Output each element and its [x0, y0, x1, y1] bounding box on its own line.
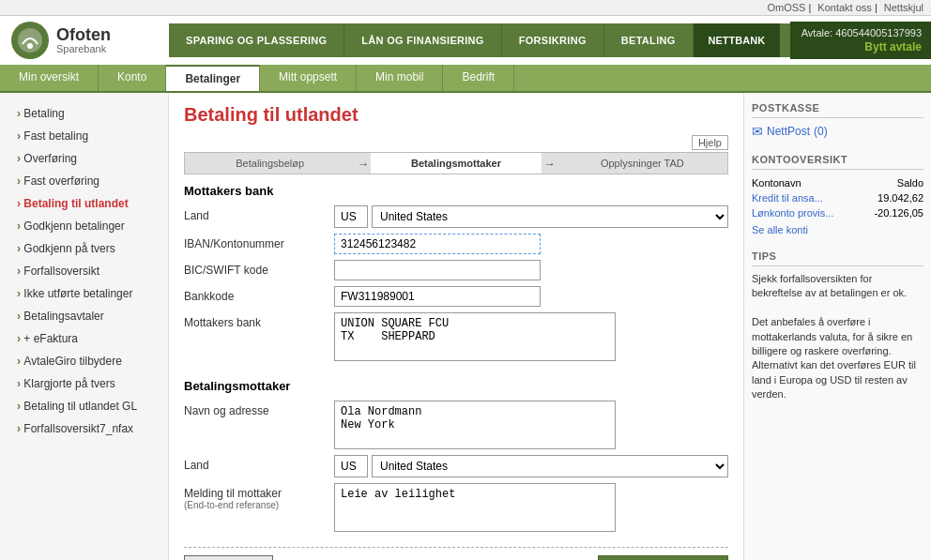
- mottakers-bank-label: Mottakers bank: [184, 312, 334, 329]
- land-label: Land: [184, 205, 334, 222]
- bic-input[interactable]: [334, 260, 541, 280]
- tips-widget: TIPS Sjekk forfallsoversikten for bekref…: [752, 250, 923, 402]
- tab-min-mobil[interactable]: Min mobil: [357, 65, 443, 91]
- tips-title: TIPS: [752, 250, 923, 266]
- mottakers-bank-section: Mottakers bank Land United States IBAN/K…: [184, 184, 728, 364]
- sidebar-item-efaktura[interactable]: + eFaktura: [0, 327, 168, 350]
- bic-label: BIC/SWIFT kode: [184, 260, 334, 277]
- bankkode-input[interactable]: [334, 286, 541, 307]
- mottaker-land-controls: United States: [334, 455, 728, 477]
- nav-sparing[interactable]: SPARING OG PLASSERING: [169, 23, 344, 57]
- header: Ofoten Sparebank SPARING OG PLASSERING L…: [0, 16, 931, 65]
- bytt-avtale-link[interactable]: Bytt avtale: [864, 40, 922, 53]
- mottaker-land-row: Land United States: [184, 455, 728, 477]
- svg-point-1: [27, 43, 33, 49]
- mottakers-bank-container: UNION SQUARE FCU TX SHEPPARD: [334, 312, 728, 364]
- sidebar-item-overforing[interactable]: Overføring: [0, 147, 168, 170]
- kontooversikt-widget: KONTOOVERSIKT Kontonavn Saldo Kredit til…: [752, 154, 923, 235]
- account-name-0[interactable]: Kredit til ansa...: [752, 192, 823, 204]
- envelope-icon: ✉: [752, 124, 763, 139]
- nettpost-link[interactable]: ✉ NettPost(0): [752, 124, 923, 139]
- nettpost-label: NettPost: [767, 125, 810, 138]
- bankkode-controls: [334, 286, 728, 307]
- account-name-1[interactable]: Lønkonto provis...: [752, 207, 833, 219]
- mottakers-bank-row: Mottakers bank UNION SQUARE FCU TX SHEPP…: [184, 312, 728, 364]
- wizard-step-tad[interactable]: Opplysninger TAD: [557, 153, 727, 174]
- sidebar-item-betaling-gl[interactable]: Betaling til utlandet GL: [0, 395, 168, 417]
- mottaker-land-select[interactable]: United States: [372, 455, 728, 477]
- avtale-number: Avtale: 460544005137993: [800, 27, 922, 38]
- bic-row: BIC/SWIFT kode: [184, 260, 728, 280]
- kontakt-link[interactable]: Kontakt oss: [817, 2, 871, 13]
- col-kontonavn: Kontonavn: [752, 177, 801, 189]
- save-next-button[interactable]: Lagre og gå til neste: [598, 555, 728, 560]
- iban-row: IBAN/Kontonummer: [184, 234, 728, 254]
- tab-konto[interactable]: Konto: [99, 65, 166, 91]
- wizard-step-mottaker[interactable]: Betalingsmottaker: [371, 153, 541, 174]
- mottakers-bank-title: Mottakers bank: [184, 184, 728, 198]
- tips-text: Sjekk forfallsoversikten for bekreftelse…: [752, 272, 923, 402]
- right-sidebar: POSTKASSE ✉ NettPost(0) KONTOOVERSIKT Ko…: [743, 93, 931, 560]
- tab-bedrift[interactable]: Bedrift: [443, 65, 514, 91]
- sidebar-item-godkjenn-tvers[interactable]: Godkjenn på tvers: [0, 237, 168, 260]
- svg-point-0: [18, 28, 42, 53]
- logo-area: Ofoten Sparebank: [0, 16, 169, 65]
- mottakers-bank-controls: UNION SQUARE FCU TX SHEPPARD: [334, 312, 728, 364]
- mottaker-land-label: Land: [184, 455, 334, 472]
- help-link[interactable]: Hjelp: [692, 135, 728, 150]
- sidebar-item-fast-betaling[interactable]: Fast betaling: [0, 125, 168, 147]
- land-row: Land United States: [184, 205, 728, 228]
- sidebar-item-betaling-utlandet[interactable]: Betaling til utlandet: [0, 192, 168, 215]
- sidebar-item-ikke-utforte[interactable]: Ikke utførte betalinger: [0, 282, 168, 305]
- bankkode-label: Bankkode: [184, 286, 334, 303]
- see-all-konti[interactable]: Se alle konti: [752, 224, 923, 235]
- tab-mitt-oppsett[interactable]: Mitt oppsett: [260, 65, 357, 91]
- account-row-0: Kredit til ansa... 19.042,62: [752, 190, 923, 205]
- nettskjul-link[interactable]: Nettskjul: [884, 2, 923, 13]
- melding-label: Melding til mottaker (End-to-end referan…: [184, 483, 334, 510]
- navn-adresse-label: Navn og adresse: [184, 401, 334, 417]
- content-area: Betaling Fast betaling Overføring Fast o…: [0, 93, 931, 560]
- nav-lan[interactable]: LÅN OG FINANSIERING: [344, 23, 501, 57]
- sidebar-item-godkjenn[interactable]: Godkjenn betalinger: [0, 215, 168, 237]
- tab-min-oversikt[interactable]: Min oversikt: [0, 65, 99, 91]
- account-header: Kontonavn Saldo: [752, 175, 923, 190]
- sidebar-item-betalingsavtaler[interactable]: Betalingsavtaler: [0, 305, 168, 327]
- betalingsmottaker-section: Betalingsmottaker Navn og adresse Ola No…: [184, 379, 728, 532]
- iban-input[interactable]: [334, 234, 541, 254]
- logo-text: Ofoten Sparebank: [56, 26, 111, 54]
- bank-sub: Sparebank: [56, 43, 111, 54]
- kontooversikt-title: KONTOOVERSIKT: [752, 154, 923, 170]
- sidebar-item-avtalegiro[interactable]: AvtaleGiro tilbydere: [0, 350, 168, 372]
- wizard-arrow-2: →: [542, 157, 557, 171]
- tab-betalinger[interactable]: Betalinger: [166, 65, 260, 91]
- mottaker-land-code-input[interactable]: [334, 455, 368, 477]
- navn-adresse-textarea[interactable]: Ola Nordmann New York: [334, 401, 616, 449]
- land-country-select[interactable]: United States: [372, 205, 728, 228]
- sidebar-item-betaling[interactable]: Betaling: [0, 102, 168, 125]
- back-button[interactable]: Gå til forrige: [184, 555, 273, 560]
- melding-textarea[interactable]: Leie av leilighet: [334, 483, 616, 532]
- sidebar-item-forfallsoversikt7[interactable]: Forfallsoversikt7_nfax: [0, 417, 168, 440]
- nav-forsikring[interactable]: FORSIKRING: [502, 23, 604, 57]
- sidebar: Betaling Fast betaling Overføring Fast o…: [0, 93, 169, 560]
- nav-betaling[interactable]: BETALING: [604, 23, 694, 57]
- wizard-steps: Betalingsbeløp → Betalingsmottaker → Opp…: [184, 152, 728, 174]
- bankkode-row: Bankkode: [184, 286, 728, 307]
- omoss-link[interactable]: OmOSS: [767, 2, 805, 13]
- account-row-1: Lønkonto provis... -20.126,05: [752, 205, 923, 220]
- sidebar-item-forfallsoversikt[interactable]: Forfallsoversikt: [0, 260, 168, 282]
- help-bar: Hjelp: [184, 137, 728, 148]
- bic-controls: [334, 260, 728, 280]
- nav-nettbank[interactable]: NETTBANK: [694, 23, 781, 57]
- wizard-step-belop[interactable]: Betalingsbeløp: [185, 153, 355, 174]
- sidebar-item-klargjorte[interactable]: Klargjorte på tvers: [0, 372, 168, 395]
- sidebar-item-fast-overforing[interactable]: Fast overføring: [0, 170, 168, 192]
- top-bar: OmOSS | Kontakt oss | Nettskjul: [0, 0, 931, 16]
- land-code-input[interactable]: [334, 205, 368, 228]
- bottom-nav: Gå til forrige << 123 >> Lagre og gå til…: [184, 547, 728, 560]
- account-balance-0: 19.042,62: [878, 192, 923, 204]
- mottakers-bank-textarea[interactable]: UNION SQUARE FCU TX SHEPPARD: [334, 312, 616, 361]
- wizard-arrow-1: →: [355, 157, 371, 171]
- navn-adresse-controls: Ola Nordmann New York: [334, 401, 728, 449]
